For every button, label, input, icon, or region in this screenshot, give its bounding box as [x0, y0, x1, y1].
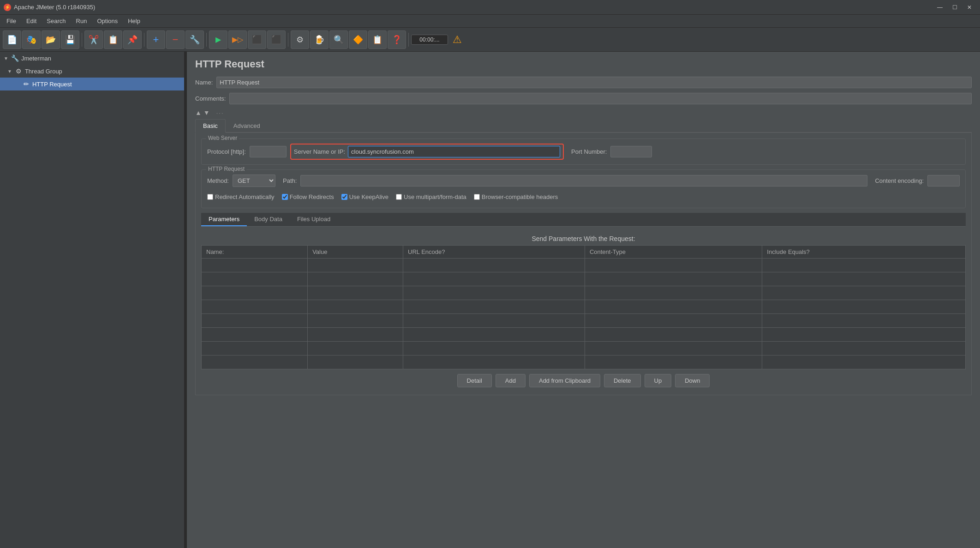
menu-options[interactable]: Options	[92, 16, 122, 26]
server-name-input[interactable]	[348, 146, 560, 157]
copy-button[interactable]: 📋	[104, 30, 122, 49]
toolbar-sep-4	[288, 33, 288, 47]
add-param-button[interactable]: Add	[496, 374, 526, 387]
tab-basic[interactable]: Basic	[195, 119, 226, 133]
delete-button[interactable]: Delete	[604, 374, 641, 387]
add-from-clipboard-button[interactable]: Add from Clipboard	[529, 374, 600, 387]
cut-button[interactable]: ✂️	[84, 30, 103, 49]
detail-button[interactable]: Detail	[457, 374, 492, 387]
save-button[interactable]: 💾	[61, 30, 79, 49]
add-button[interactable]: +	[147, 30, 165, 49]
threadgroup-icon: ⚙	[15, 67, 23, 75]
protocol-input[interactable]	[250, 146, 287, 157]
open-button[interactable]: 📂	[42, 30, 60, 49]
sidebar-item-httprequest[interactable]: ▼ ✏ HTTP Request	[0, 78, 184, 90]
window-controls: — ☐ ✕	[933, 3, 976, 12]
port-input[interactable]	[610, 146, 652, 157]
menu-help[interactable]: Help	[123, 16, 145, 26]
panel-title: HTTP Request	[195, 58, 972, 70]
scroll-dots: ···	[216, 109, 224, 116]
table-row	[202, 355, 966, 369]
scroll-arrows: ▲ ▼ ···	[195, 109, 972, 116]
start-no-pause-button[interactable]: ▶▷	[228, 30, 247, 49]
col-url-encode: URL Encode?	[403, 246, 585, 259]
http-request-label: HTTP Request	[206, 166, 246, 172]
web-server-label: Web Server	[206, 135, 239, 141]
inner-tab-body-data[interactable]: Body Data	[247, 213, 290, 226]
shutdown-button[interactable]: ⬛	[267, 30, 286, 49]
close-button[interactable]: ✕	[962, 3, 976, 12]
server-name-label: Server Name or IP:	[294, 148, 345, 155]
bottom-bar: Detail Add Add from Clipboard Delete Up …	[201, 369, 966, 389]
inner-tab-parameters[interactable]: Parameters	[201, 213, 247, 226]
configure-button[interactable]: 🔧	[185, 30, 204, 49]
table-row	[202, 314, 966, 328]
toolbar-sep-3	[206, 33, 207, 47]
clear-button[interactable]: 🔶	[349, 30, 367, 49]
menu-file[interactable]: File	[2, 16, 21, 26]
table-row	[202, 259, 966, 272]
keepalive-checkbox[interactable]	[341, 194, 347, 200]
tree-arrow-threadgroup: ▼	[7, 69, 12, 74]
jmeterman-icon: 🔧	[11, 54, 19, 62]
table-row	[202, 286, 966, 300]
tab-bar: Basic Advanced	[195, 119, 972, 133]
multipart-checkbox[interactable]	[396, 194, 402, 200]
warning-icon: ⚠	[449, 31, 466, 48]
up-arrow[interactable]: ▲	[195, 109, 202, 116]
comments-input[interactable]	[229, 93, 972, 104]
toolbar-sep-1	[82, 33, 82, 47]
server-name-box: Server Name or IP:	[290, 144, 564, 160]
method-select[interactable]: GET POST PUT DELETE HEAD OPTIONS PATCH T…	[233, 175, 275, 187]
method-label: Method:	[207, 177, 229, 184]
jmx-button[interactable]: 🍺	[310, 30, 329, 49]
search-refs-button[interactable]: 🔍	[329, 30, 348, 49]
down-arrow[interactable]: ▼	[203, 109, 210, 116]
encoding-input[interactable]	[927, 175, 960, 187]
keepalive-label: Use KeepAlive	[349, 193, 388, 200]
start-button[interactable]: ▶	[209, 30, 227, 49]
sidebar-item-threadgroup[interactable]: ▼ ⚙ Thread Group	[0, 65, 184, 78]
paste-button[interactable]: 📌	[123, 30, 142, 49]
http-request-section: HTTP Request Method: GET POST PUT DELETE…	[201, 169, 966, 208]
col-content-type: Content-Type	[585, 246, 762, 259]
title-bar-title: Apache JMeter (5.0 r1840935)	[14, 4, 95, 11]
menu-search[interactable]: Search	[42, 16, 70, 26]
name-input[interactable]	[216, 77, 972, 88]
checkbox-redirect-auto[interactable]: Redirect Automatically	[207, 193, 275, 200]
httprequest-icon: ✏	[22, 80, 30, 88]
col-value: Value	[308, 246, 403, 259]
settings-button[interactable]: ⚙	[291, 30, 309, 49]
menu-run[interactable]: Run	[72, 16, 92, 26]
sidebar-item-jmeterman[interactable]: ▼ 🔧 Jmeterman	[0, 52, 184, 65]
checkbox-keepalive[interactable]: Use KeepAlive	[341, 193, 388, 200]
app-icon: ⚡	[4, 4, 11, 11]
checkbox-browser-headers[interactable]: Browser-compatible headers	[474, 193, 558, 200]
tab-advanced[interactable]: Advanced	[226, 119, 268, 132]
follow-redirects-checkbox[interactable]	[282, 194, 288, 200]
params-header: Send Parameters With the Request:	[201, 231, 966, 245]
encoding-label: Content encoding:	[875, 177, 924, 184]
stop-button[interactable]: ⬛	[248, 30, 266, 49]
inner-tab-files-upload[interactable]: Files Upload	[290, 213, 338, 226]
sidebar: ▼ 🔧 Jmeterman ▼ ⚙ Thread Group ▼ ✏ HTTP …	[0, 52, 185, 548]
redirect-auto-checkbox[interactable]	[207, 194, 213, 200]
templates-button[interactable]: 🎭	[22, 30, 41, 49]
menu-edit[interactable]: Edit	[22, 16, 41, 26]
minimize-button[interactable]: —	[933, 3, 947, 12]
log-button[interactable]: 📋	[368, 30, 387, 49]
table-row	[202, 300, 966, 314]
sidebar-label-httprequest: HTTP Request	[32, 81, 72, 88]
port-label: Port Number:	[571, 148, 607, 155]
checkbox-follow-redirects[interactable]: Follow Redirects	[282, 193, 334, 200]
remove-button[interactable]: −	[166, 30, 185, 49]
maximize-button[interactable]: ☐	[948, 3, 962, 12]
up-button[interactable]: Up	[645, 374, 672, 387]
new-button[interactable]: 📄	[3, 30, 21, 49]
checkbox-multipart[interactable]: Use multipart/form-data	[396, 193, 466, 200]
inner-tab-bar: Parameters Body Data Files Upload	[201, 213, 966, 227]
help-button[interactable]: ❓	[388, 30, 406, 49]
path-input[interactable]	[300, 175, 867, 187]
down-button[interactable]: Down	[675, 374, 710, 387]
browser-headers-checkbox[interactable]	[474, 194, 480, 200]
